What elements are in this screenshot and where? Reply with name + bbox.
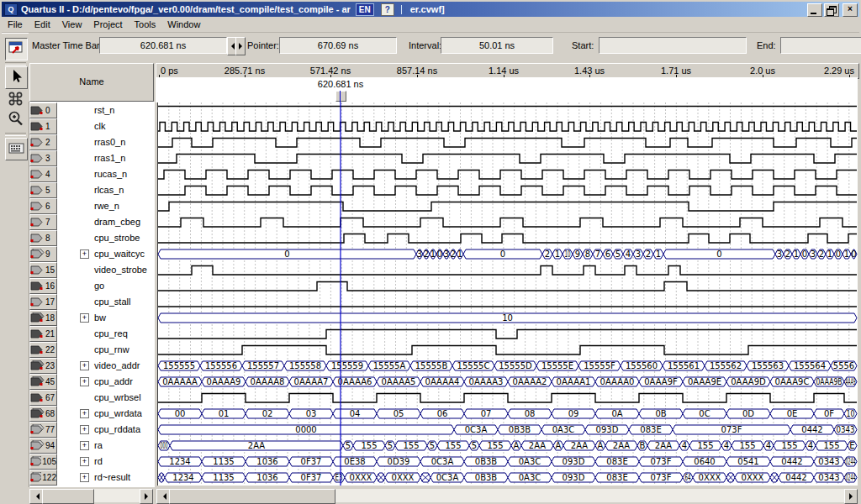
signal-name-cell[interactable]: rucas_n	[58, 167, 154, 181]
menu-edit[interactable]: Edit	[29, 18, 56, 31]
restore-button[interactable]	[824, 3, 839, 17]
menu-tools[interactable]: Tools	[129, 18, 162, 31]
cursor-strip[interactable]: 620.681 ns	[156, 77, 858, 102]
signal-row-rd~result[interactable]: 122+rd~result	[29, 470, 154, 486]
signal-name-cell[interactable]: +cpu_wrdata	[58, 407, 154, 421]
signal-name-cell[interactable]: rlcas_n	[58, 183, 154, 197]
scroll-left-icon[interactable]	[29, 489, 43, 504]
scroll-left-icon[interactable]	[156, 489, 170, 504]
expand-plus-icon[interactable]: +	[80, 441, 89, 450]
signal-handle[interactable]: 23	[29, 358, 57, 374]
signal-row-video_strobe[interactable]: 15video_strobe	[29, 262, 154, 278]
signal-handle[interactable]: 18	[29, 310, 57, 326]
signal-name-cell[interactable]: video_strobe	[58, 263, 154, 277]
signal-row-rras1_n[interactable]: 3rras1_n	[29, 150, 154, 166]
signal-handle[interactable]: 17	[29, 294, 57, 310]
snap-grid-icon[interactable]	[5, 138, 28, 160]
signal-row-cpu_addr[interactable]: 45+cpu_addr	[29, 374, 154, 390]
expand-plus-icon[interactable]: +	[80, 473, 89, 482]
signal-row-bw[interactable]: 18+bw	[29, 310, 154, 326]
scroll-right-icon[interactable]	[140, 489, 153, 504]
signal-row-cpu_stall[interactable]: 17cpu_stall	[29, 294, 154, 310]
expand-plus-icon[interactable]: +	[80, 377, 89, 386]
signal-row-cpu_strobe[interactable]: 8cpu_strobe	[29, 230, 154, 246]
title-bar[interactable]: Q Quartus II - D:/d/pentevo/fpga/_ver0.0…	[2, 2, 859, 17]
name-panel-scrollbar[interactable]	[29, 489, 153, 502]
signal-name-cell[interactable]: rras1_n	[58, 151, 154, 165]
close-button[interactable]: ×	[843, 3, 858, 17]
expand-plus-icon[interactable]: +	[80, 249, 89, 259]
signal-name-cell[interactable]: +bw	[58, 311, 154, 325]
signal-row-rd[interactable]: 105+rd	[29, 454, 154, 470]
signal-handle[interactable]: 15	[29, 262, 57, 278]
waveform-canvas[interactable]: 0321032102110987654321032103210101015555…	[157, 102, 858, 486]
signal-name-cell[interactable]: clk	[58, 119, 154, 134]
scroll-right-icon[interactable]	[844, 489, 858, 504]
signal-handle[interactable]: 67	[29, 390, 57, 406]
selection-arrow-icon[interactable]	[5, 66, 28, 89]
signal-row-ra[interactable]: 94+ra	[29, 438, 154, 454]
signal-handle[interactable]: 16	[29, 278, 57, 294]
end-field[interactable]	[780, 37, 861, 54]
scrollbar-thumb[interactable]	[169, 489, 335, 504]
signal-handle[interactable]: 8	[29, 230, 57, 246]
master-time-spin-right[interactable]	[235, 37, 246, 55]
start-field[interactable]	[599, 37, 747, 54]
signal-name-cell[interactable]: cpu_stall	[58, 295, 154, 309]
signal-handle[interactable]: 7	[29, 214, 57, 230]
signal-row-rlcas_n[interactable]: 5rlcas_n	[29, 182, 154, 198]
scrollbar-thumb[interactable]	[42, 489, 94, 504]
signal-row-cpu_waitcyc[interactable]: 9+cpu_waitcyc	[29, 246, 154, 262]
signal-handle[interactable]: 6	[29, 198, 57, 214]
signal-name-cell[interactable]: go	[58, 279, 154, 293]
menu-project[interactable]: Project	[87, 18, 128, 31]
signal-name-cell[interactable]: +rd~result	[58, 470, 154, 485]
cursor-handle[interactable]	[335, 91, 346, 102]
language-indicator[interactable]: EN	[356, 3, 374, 16]
signal-handle[interactable]: 0	[29, 102, 57, 118]
command-tool-icon[interactable]	[5, 89, 26, 110]
signal-name-cell[interactable]: dram_cbeg	[58, 215, 154, 229]
zoom-icon[interactable]	[5, 109, 26, 130]
signal-handle[interactable]: 3	[29, 150, 57, 166]
signal-name-cell[interactable]: rras0_n	[58, 135, 154, 150]
master-time-bar-field[interactable]: 620.681 ns	[99, 37, 227, 54]
signal-name-cell[interactable]: +cpu_waitcyc	[58, 247, 154, 261]
waveform-scrollbar[interactable]	[156, 489, 858, 502]
signal-row-video_addr[interactable]: 23+video_addr	[29, 358, 154, 374]
minimize-button[interactable]	[807, 3, 822, 17]
signal-handle[interactable]: 21	[29, 326, 57, 342]
signal-name-cell[interactable]: +cpu_rddata	[58, 423, 154, 437]
signal-handle[interactable]: 22	[29, 342, 57, 358]
name-column-header[interactable]: Name	[29, 63, 154, 102]
signal-name-cell[interactable]: cpu_req	[58, 327, 154, 341]
expand-plus-icon[interactable]: +	[80, 313, 89, 323]
help-icon[interactable]: ?	[381, 3, 394, 16]
menu-window[interactable]: Window	[161, 18, 206, 31]
menu-view[interactable]: View	[56, 18, 88, 31]
signal-handle[interactable]: 122	[29, 470, 57, 486]
signal-name-cell[interactable]: +video_addr	[58, 359, 154, 373]
signal-name-cell[interactable]: rwe_n	[58, 199, 154, 213]
signal-handle[interactable]: 94	[29, 438, 57, 454]
signal-row-rwe_n[interactable]: 6rwe_n	[29, 198, 154, 214]
signal-handle[interactable]: 4	[29, 166, 57, 182]
signal-row-go[interactable]: 16go	[29, 278, 154, 294]
signal-name-cell[interactable]: +cpu_addr	[58, 375, 154, 389]
expand-plus-icon[interactable]: +	[80, 457, 89, 466]
expand-plus-icon[interactable]: +	[80, 361, 89, 370]
signal-name-cell[interactable]: cpu_strobe	[58, 231, 154, 245]
signal-name-cell[interactable]: +rd	[58, 454, 154, 469]
signal-name-cell[interactable]: +ra	[58, 438, 154, 453]
signal-handle[interactable]: 1	[29, 118, 57, 134]
waveform-editor-icon[interactable]	[5, 38, 28, 60]
signal-row-cpu_rnw[interactable]: 22cpu_rnw	[29, 342, 154, 358]
signal-handle[interactable]: 2	[29, 134, 57, 150]
signal-row-dram_cbeg[interactable]: 7dram_cbeg	[29, 214, 154, 230]
signal-name-cell[interactable]: cpu_rnw	[58, 343, 154, 357]
signal-handle[interactable]: 77	[29, 422, 57, 438]
menu-file[interactable]: File	[2, 18, 29, 31]
signal-row-cpu_wrdata[interactable]: 68+cpu_wrdata	[29, 406, 154, 422]
signal-name-cell[interactable]: cpu_wrbsel	[58, 391, 154, 405]
signal-handle[interactable]: 5	[29, 182, 57, 198]
